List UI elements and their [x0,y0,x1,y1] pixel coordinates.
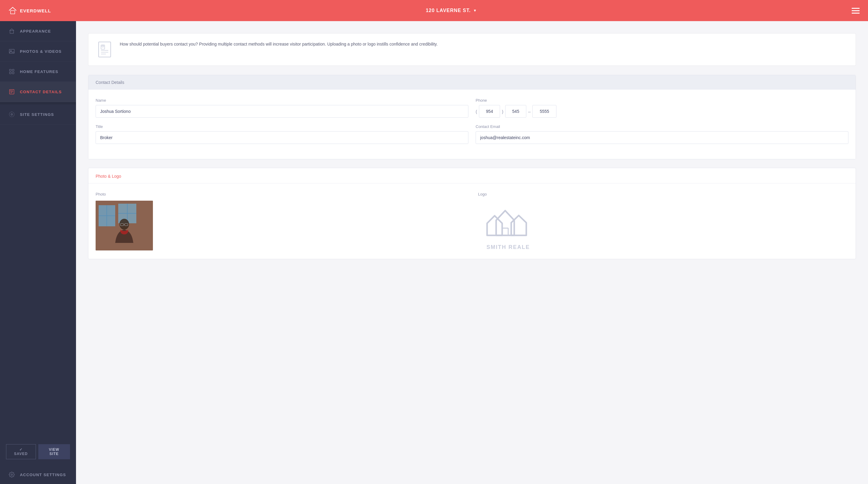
contact-details-body: Name Phone ( ) – [88,90,856,159]
features-icon [8,68,15,75]
logo-text: EVERDWELL [20,8,51,13]
phone-paren-open: ( [476,109,477,114]
name-label: Name [96,98,468,102]
sidebar-account-label: ACCOUNT SETTINGS [20,473,66,477]
form-group-phone: Phone ( ) – [476,98,848,118]
svg-point-14 [11,474,13,476]
svg-rect-2 [9,49,14,53]
main-content: How should potential buyers contact you?… [76,21,868,484]
photo-column: Photo [96,192,466,250]
svg-rect-35 [502,228,508,235]
svg-rect-15 [99,42,111,57]
photo-logo-section-label: Photo & Logo [96,174,121,179]
sidebar-nav: APPEARANCE PHOTOS & VIDEOS HOME FEATURES [0,21,76,440]
phone-prefix-input[interactable] [505,105,526,118]
sidebar-item-home-features[interactable]: HOME FEATURES [0,62,76,82]
svg-rect-7 [12,72,14,74]
sidebar-label-photos: PHOTOS & VIDEOS [20,49,62,54]
everdwell-logo-icon [8,6,17,15]
info-banner-text: How should potential buyers contact you?… [120,41,438,48]
logo-label: Logo [478,192,487,196]
photo-label: Photo [96,192,106,196]
svg-rect-1 [10,30,13,33]
form-group-email: Contact Email [476,124,848,144]
photo-logo-card: Photo & Logo Photo [88,168,856,259]
contact-icon [8,88,15,95]
phone-label: Phone [476,98,848,102]
sidebar-action-buttons: ✓ SAVED VIEW SITE [0,440,76,465]
phone-area-input[interactable] [479,105,500,118]
svg-rect-6 [10,72,11,74]
phone-paren-close: ) [502,109,503,114]
sidebar-label-settings: SITE SETTINGS [20,112,54,117]
title-input[interactable] [96,131,468,144]
person-photo-placeholder [96,201,153,250]
photo-logo-body: Photo [88,183,856,259]
main-layout: APPEARANCE PHOTOS & VIDEOS HOME FEATURES [0,21,868,484]
photo-icon [8,48,15,55]
header-property-title[interactable]: 120 LAVERNE ST. ▼ [426,8,477,13]
info-banner: How should potential buyers contact you?… [88,33,856,66]
svg-rect-5 [12,69,14,71]
logo-brand-text: SMITH REALE [487,244,530,250]
contact-info-icon [97,41,113,58]
sidebar-item-account-settings[interactable]: ACCOUNT SETTINGS [0,465,76,484]
svg-rect-0 [10,10,15,14]
sidebar-item-site-settings[interactable]: SITE SETTINGS [0,104,76,125]
logo-area[interactable]: EVERDWELL [8,6,51,15]
house-logo-icon [478,201,538,243]
contact-details-header: Contact Details [88,75,856,90]
logo-column: Logo SMITH REALE [478,192,848,250]
sidebar-item-photos-videos[interactable]: PHOTOS & VIDEOS [0,41,76,62]
name-input[interactable] [96,105,468,118]
sidebar-item-contact-details[interactable]: CONTACT DETAILS [0,82,76,102]
svg-rect-4 [10,69,11,71]
sidebar-label-appearance: APPEARANCE [20,29,51,33]
sidebar-item-appearance[interactable]: APPEARANCE [0,21,76,41]
view-site-button[interactable]: VIEW SITE [38,444,70,459]
dropdown-chevron-icon: ▼ [473,8,477,13]
photo-upload-area[interactable] [96,201,153,250]
form-group-name: Name [96,98,468,118]
settings-icon [8,111,15,118]
saved-button[interactable]: ✓ SAVED [6,444,36,459]
top-header: EVERDWELL 120 LAVERNE ST. ▼ [0,0,868,21]
form-row-name-phone: Name Phone ( ) – [96,98,848,118]
form-group-title: Title [96,124,468,144]
phone-line-input[interactable] [532,105,556,118]
svg-point-28 [119,219,129,230]
hamburger-menu-button[interactable] [852,8,860,13]
account-icon [8,471,15,478]
sidebar-label-contact: CONTACT DETAILS [20,90,62,94]
phone-dash: – [528,109,530,114]
email-input[interactable] [476,131,848,144]
sidebar-label-features: HOME FEATURES [20,69,58,74]
contact-details-card: Contact Details Name Phone ( [88,75,856,159]
svg-marker-32 [487,216,502,235]
phone-input-group: ( ) – [476,105,848,118]
photo-logo-header: Photo & Logo [88,168,856,183]
sidebar: APPEARANCE PHOTOS & VIDEOS HOME FEATURES [0,21,76,484]
email-label: Contact Email [476,124,848,129]
logo-upload-area[interactable]: SMITH REALE [478,201,538,250]
home-icon [8,28,15,34]
svg-point-17 [102,45,104,47]
svg-point-13 [11,114,13,115]
title-label: Title [96,124,468,129]
form-row-title-email: Title Contact Email [96,124,848,144]
